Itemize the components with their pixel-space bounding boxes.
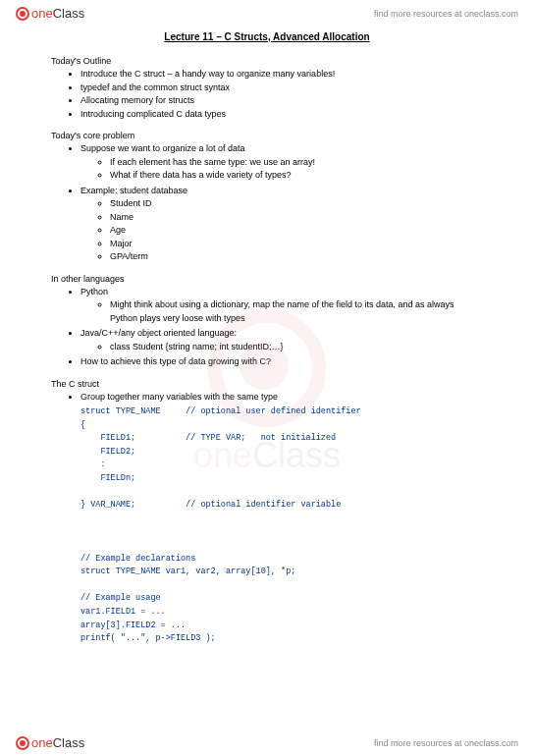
list-item: Major	[110, 238, 483, 251]
list-item: Java/C++/any object oriented language: c…	[80, 327, 483, 353]
logo-text: oneClass	[31, 735, 84, 750]
list-item: Python Might think about using a diction…	[80, 286, 483, 326]
outline-list: Introduce the C struct – a handy way to …	[51, 68, 483, 121]
page-title: Lecture 11 – C Structs, Advanced Allocat…	[51, 31, 483, 42]
list-item: What if there data has a wide variety of…	[110, 169, 483, 183]
code-block: struct TYPE_NAME // optional user define…	[51, 405, 483, 646]
list-item: Suppose we want to organize a lot of dat…	[80, 142, 483, 183]
logo-icon	[16, 736, 29, 750]
logo-text: oneClass	[31, 6, 84, 21]
list-item: Example: student database Student ID Nam…	[80, 185, 483, 264]
list-item: How to achieve this type of data growing…	[80, 355, 483, 369]
outline-header: Today's Outline	[51, 56, 483, 66]
list-item: Student ID	[110, 197, 483, 211]
core-problem-list: Suppose we want to organize a lot of dat…	[51, 142, 483, 264]
list-item: Introduce the C struct – a handy way to …	[80, 68, 483, 81]
list-item: Allocating memory for structs	[80, 94, 483, 108]
footer-tagline: find more resources at oneclass.com	[374, 738, 518, 748]
logo-icon	[16, 7, 29, 21]
list-item: Name	[110, 211, 483, 225]
list-item: class Student {string name; int studentI…	[110, 341, 483, 354]
brand-logo: oneClass	[16, 6, 84, 21]
list-item: GPA/term	[110, 250, 483, 264]
header-bar: oneClass find more resources at oneclass…	[0, 0, 534, 24]
brand-logo-footer: oneClass	[16, 735, 84, 750]
c-struct-header: The C struct	[51, 379, 483, 389]
list-item: Might think about using a dictionary, ma…	[110, 298, 483, 325]
other-langs-list: Python Might think about using a diction…	[51, 286, 483, 369]
core-problem-header: Today's core problem	[51, 131, 483, 140]
header-tagline: find more resources at oneclass.com	[374, 9, 518, 19]
list-item: typedef and the common struct syntax	[80, 81, 483, 95]
list-item: Age	[110, 224, 483, 238]
footer-bar: oneClass find more resources at oneclass…	[0, 731, 534, 756]
other-langs-header: In other languages	[51, 274, 483, 284]
document-content: Lecture 11 – C Structs, Advanced Allocat…	[0, 24, 534, 646]
list-item: If each element has the same type: we us…	[110, 156, 483, 170]
list-item: Introducing complicated C data types	[80, 108, 483, 122]
c-struct-list: Group together many variables with the s…	[51, 391, 483, 405]
list-item: Group together many variables with the s…	[80, 391, 483, 405]
